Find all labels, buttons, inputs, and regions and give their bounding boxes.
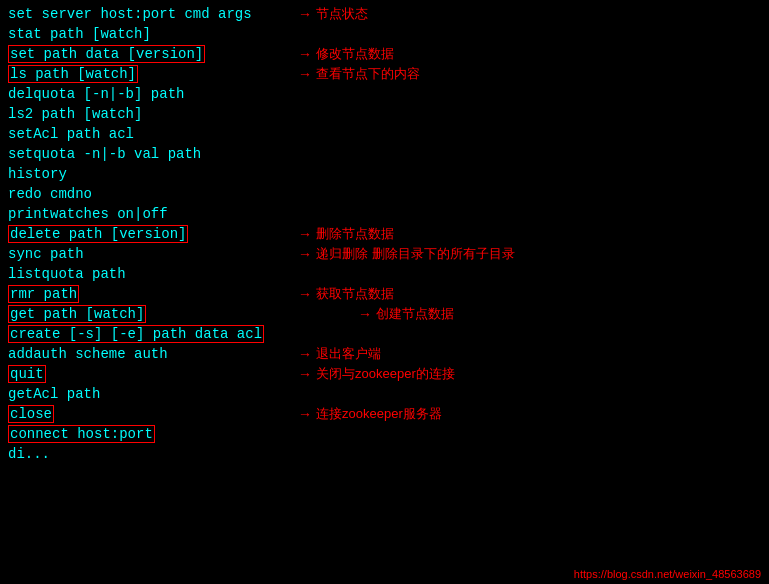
annotation-get-node: → 获取节点数据 [298, 284, 394, 304]
line-redo: redo cmdno [8, 184, 761, 204]
annotation-create-node: → 创建节点数据 [358, 304, 454, 324]
line-connect: connect host:port [8, 424, 761, 444]
arrow-icon-9: → [298, 364, 312, 384]
line-setquota: setquota -n|-b val path [8, 144, 761, 164]
line-history: history [8, 164, 761, 184]
line-delquota: delquota [-n|-b] path [8, 84, 761, 104]
delquota-command: delquota [-n|-b] path [8, 86, 184, 102]
annotation-close-zookeeper: → 关闭与zookeeper的连接 [298, 364, 455, 384]
line-rmr: rmr path → 获取节点数据 [8, 284, 761, 304]
printwatches-command: printwatches on|off [8, 206, 168, 222]
line-quit: quit → 关闭与zookeeper的连接 [8, 364, 761, 384]
ls2-command: ls2 path [watch] [8, 106, 142, 122]
getacl-command: getAcl path [8, 386, 100, 402]
history-command: history [8, 166, 67, 182]
get-command: get path [watch] [8, 305, 146, 323]
annotation-modify-node: → 修改节点数据 [298, 44, 394, 64]
line-addauth: addauth scheme auth → 退出客户端 [8, 344, 761, 364]
line-sync: sync path → 递归删除 删除目录下的所有子目录 [8, 244, 761, 264]
line-ls2: ls2 path [watch] [8, 104, 761, 124]
addauth-command: addauth scheme auth [8, 346, 168, 362]
listquota-command: listquota path [8, 266, 126, 282]
line-set: set path data [version] → 修改节点数据 [8, 44, 761, 64]
arrow-icon-6: → [298, 284, 312, 304]
line-printwatches: printwatches on|off [8, 204, 761, 224]
arrow-icon-8: → [298, 344, 312, 364]
arrow-icon: → [298, 4, 312, 24]
line-setacl: setAcl path acl [8, 124, 761, 144]
create-command: create [-s] [-e] path data acl [8, 325, 264, 343]
annotation-quit-client: → 退出客户端 [298, 344, 381, 364]
annotation-delete-node: → 删除节点数据 [298, 224, 394, 244]
set-command: set path data [version] [8, 45, 205, 63]
stat-command: stat path [watch] [8, 26, 151, 42]
line-stat: stat path [watch] [8, 24, 761, 44]
arrow-icon-2: → [298, 44, 312, 64]
sync-command: sync path [8, 246, 84, 262]
line-close: close → 连接zookeeper服务器 [8, 404, 761, 424]
close-command: close [8, 405, 54, 423]
line-get: get path [watch] → 创建节点数据 [8, 304, 761, 324]
arrow-icon-4: → [298, 224, 312, 244]
rmr-command: rmr path [8, 285, 79, 303]
line-ls: ls path [watch] → 查看节点下的内容 [8, 64, 761, 84]
quit-command: quit [8, 365, 46, 383]
line-create: create [-s] [-e] path data acl [8, 324, 761, 344]
ls-command: ls path [watch] [8, 65, 138, 83]
line-0: set server host:port cmd args → 节点状态 [8, 4, 761, 24]
annotation-connect-zookeeper: → 连接zookeeper服务器 [298, 404, 442, 424]
line-partial: di... [8, 444, 761, 464]
arrow-icon-3: → [298, 64, 312, 84]
connect-command: connect host:port [8, 425, 155, 443]
partial-command: di... [8, 446, 50, 462]
annotation-node-status: → 节点状态 [298, 4, 368, 24]
line-0-text: set server host:port cmd args [8, 6, 252, 22]
line-listquota: listquota path [8, 264, 761, 284]
arrow-icon-7: → [358, 304, 372, 324]
setacl-command: setAcl path acl [8, 126, 134, 142]
setquota-command: setquota -n|-b val path [8, 146, 201, 162]
arrow-icon-5: → [298, 244, 312, 264]
redo-command: redo cmdno [8, 186, 92, 202]
line-getacl: getAcl path [8, 384, 761, 404]
arrow-icon-10: → [298, 404, 312, 424]
line-delete: delete path [version] → 删除节点数据 [8, 224, 761, 244]
delete-command: delete path [version] [8, 225, 188, 243]
url-watermark: https://blog.csdn.net/weixin_48563689 [574, 568, 761, 580]
annotation-recursive-delete: → 递归删除 删除目录下的所有子目录 [298, 244, 515, 264]
annotation-ls-node: → 查看节点下的内容 [298, 64, 420, 84]
terminal: set server host:port cmd args → 节点状态 sta… [0, 0, 769, 584]
